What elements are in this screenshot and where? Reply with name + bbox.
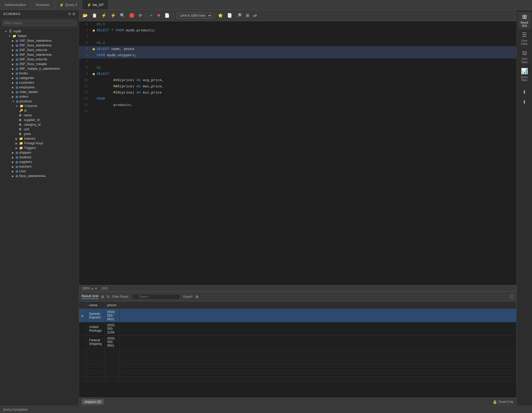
- table-row[interactable]: ▶ Speedy Express (503) 555-9831: [79, 309, 516, 322]
- table-icon-teachers: ▦: [16, 165, 18, 168]
- tree-item-col-supplier-id[interactable]: supplier_id: [0, 118, 79, 122]
- zoom-control: 100% ▲ ▼: [82, 287, 97, 290]
- tab-administration[interactable]: Administration: [0, 0, 31, 10]
- col-id-label: id: [24, 109, 27, 112]
- status-bar: Query Completed: [0, 406, 532, 413]
- filter-objects-input[interactable]: [2, 20, 77, 26]
- tree-item-2nf-kl[interactable]: ▶ ▦ 2NF_база_клієнтів: [0, 48, 79, 52]
- stop-btn[interactable]: 🛑: [128, 12, 136, 19]
- table-row[interactable]: United Package (503) 555-3199: [79, 322, 516, 336]
- tree-item-teachers[interactable]: ▶ ▦ teachers: [0, 164, 79, 169]
- open-file-btn[interactable]: 📂: [81, 12, 89, 19]
- result-grid-tab[interactable]: Result Grid: [82, 294, 98, 299]
- rs-btn-form-editor[interactable]: ☰ FormEditor: [518, 30, 531, 47]
- tree-item-col-unit[interactable]: unit: [0, 127, 79, 132]
- rs-btn-result-grid[interactable]: ⊞ ResultGrid: [518, 12, 531, 29]
- exec-dot-2: [93, 30, 95, 32]
- zoom-up-btn[interactable]: ▲: [91, 287, 94, 290]
- tree-item-columns-folder[interactable]: ▼ 📁 Columns: [0, 104, 79, 108]
- tree-item-customers[interactable]: ▶ ▦ customers: [0, 80, 79, 85]
- tree-item-baza-zam[interactable]: ▶ ▦ база_замовленнь: [0, 174, 79, 178]
- tree-item-categories[interactable]: ▶ ▦ categories: [0, 76, 79, 80]
- result-refresh-btn[interactable]: ↻: [107, 295, 110, 299]
- sidebar-config-btn[interactable]: ⚙: [72, 12, 76, 16]
- line-num-9: 9: [79, 71, 92, 77]
- refresh-btn[interactable]: ⟳: [137, 12, 143, 19]
- tree-item-shippers[interactable]: ▶ ▦ shippers: [0, 150, 79, 155]
- tree-item-col-price[interactable]: price: [0, 132, 79, 136]
- line-num-14: 14: [79, 102, 92, 108]
- tab-administration-label: Administration: [5, 3, 26, 7]
- tree-item-foreign-keys[interactable]: ▶ 📁 Foreign Keys: [0, 141, 79, 146]
- result-checkbox[interactable]: [510, 295, 514, 299]
- tree-item-mydb[interactable]: ▼ 🗄 mydb: [0, 29, 79, 34]
- tree-item-3nf-zam[interactable]: ▶ ▦ 3NF_база_замовлень: [0, 52, 79, 57]
- columns-label: Columns: [25, 104, 37, 108]
- tree-item-orders[interactable]: ▶ ▦ orders: [0, 94, 79, 99]
- table-shippers-label: shippers: [19, 151, 31, 154]
- tree-item-indexes[interactable]: ▶ 📁 Indexes: [0, 136, 79, 141]
- tree-item-2nf-zam[interactable]: ▶ ▦ 2NF_база_замовлень: [0, 43, 79, 48]
- tree-item-col-category-id[interactable]: category_id: [0, 122, 79, 127]
- star-btn[interactable]: ⭐: [216, 12, 225, 19]
- export-btn[interactable]: ⊞: [196, 295, 199, 299]
- result-search-input[interactable]: [131, 294, 181, 300]
- execute-btn[interactable]: ⚡: [100, 12, 108, 19]
- tree-item-triggers[interactable]: ▶ 📁 Triggers: [0, 146, 79, 150]
- tab-hw02[interactable]: ⚡ hw_02*: [82, 0, 109, 10]
- toolbar-sep3: [214, 12, 214, 19]
- col-supplier-id-label: supplier_id: [24, 118, 39, 122]
- tree-item-user[interactable]: ▶ ▦ User: [0, 169, 79, 174]
- rs-scroll-up-btn[interactable]: ⬆: [521, 88, 528, 97]
- rs-btn-field-types[interactable]: ⊟ FieldTypes: [518, 48, 531, 65]
- footer-tab-shippers[interactable]: shippers 30: [82, 399, 103, 404]
- limit-rows-select[interactable]: Limit to 1000 rows Limit to 200 rows Don…: [177, 12, 212, 19]
- tree-item-products[interactable]: ▼ ▦ products: [0, 99, 79, 104]
- col-price-label: price: [24, 132, 31, 136]
- tree-item-students[interactable]: ▶ ▦ students: [0, 155, 79, 160]
- rs-btn-query-stats[interactable]: 📊 QueryStats: [518, 66, 531, 83]
- rollback-btn[interactable]: ✖: [155, 12, 162, 19]
- table-row[interactable]: Federal Shipping (503) 555-9931: [79, 336, 516, 349]
- diamond-price: [19, 132, 21, 135]
- cell-phone-3: (503) 555-9931: [104, 336, 119, 349]
- line-code-12: MIN(price) AS min_price: [96, 90, 516, 96]
- snippets-btn[interactable]: 📑: [226, 12, 234, 19]
- rs-scroll-down-btn[interactable]: ⬇: [521, 98, 528, 106]
- table-order-details-label: order_details: [19, 90, 38, 94]
- format-btn[interactable]: ⇄: [252, 12, 258, 19]
- inspector-btn[interactable]: ⊞: [244, 12, 251, 19]
- tree-item-employees[interactable]: ▶ ▦ employees: [0, 85, 79, 90]
- tree-item-tables[interactable]: ▼ 📁 Tables: [0, 34, 79, 38]
- code-editor[interactable]: 1 #1.1 2 SELECT * FROM mydb.products; 3: [79, 21, 516, 285]
- table-employees-label: employees: [19, 86, 35, 89]
- cell-empty-2: [119, 322, 516, 336]
- explain-btn[interactable]: 🔍: [118, 12, 127, 19]
- code-line-10: 10 AVG(price) AS avg_price,: [79, 77, 516, 83]
- commit-btn[interactable]: ✔: [148, 12, 154, 19]
- find-btn[interactable]: 🔎: [235, 12, 243, 19]
- table-customers-label: customers: [19, 81, 34, 84]
- tab-schemas[interactable]: Schemas: [31, 0, 54, 10]
- tree-item-order-details[interactable]: ▶ ▦ order_details: [0, 90, 79, 94]
- tree-item-3nf-tov[interactable]: ▶ ▦ 3NF_база_товарів: [0, 62, 79, 66]
- tree-item-col-name[interactable]: name: [0, 113, 79, 118]
- tree-item-3nf-tvz[interactable]: ▶ ▦ 3NF_товари_в_замовленні: [0, 66, 79, 71]
- tree-item-suppliers[interactable]: ▶ ▦ suppliers: [0, 160, 79, 164]
- new-tab-btn[interactable]: 📋: [90, 12, 99, 19]
- zoom-down-btn[interactable]: ▼: [95, 287, 97, 290]
- execute-current-btn[interactable]: ⚡: [109, 12, 117, 19]
- sql-addition-btn[interactable]: 📄: [163, 12, 171, 19]
- arrow-shippers: ▶: [12, 151, 14, 154]
- table-products-label: products: [20, 99, 32, 103]
- tab-query4[interactable]: ⚡ Query 4: [55, 0, 82, 10]
- result-grid-config-btn[interactable]: ⊞: [101, 295, 104, 299]
- table-icon-user: ▦: [16, 170, 18, 173]
- editor-toolbar: 📂 📋 ⚡ ⚡ 🔍 🛑 ⟳ ✔ ✖ 📄 Limit to 1000 rows L…: [79, 10, 516, 21]
- sidebar-refresh-btn[interactable]: ⟳: [68, 12, 71, 16]
- tree-item-col-id[interactable]: 🔑 id: [0, 108, 79, 113]
- table-categories-label: categories: [19, 76, 34, 80]
- tree-item-books[interactable]: ▶ ▦ books: [0, 71, 79, 76]
- tree-item-3nf-kl[interactable]: ▶ ▦ 3NF_база_клієнтів: [0, 57, 79, 62]
- tree-item-1nf[interactable]: ▶ ▦ 1NF_база_замовлень: [0, 38, 79, 43]
